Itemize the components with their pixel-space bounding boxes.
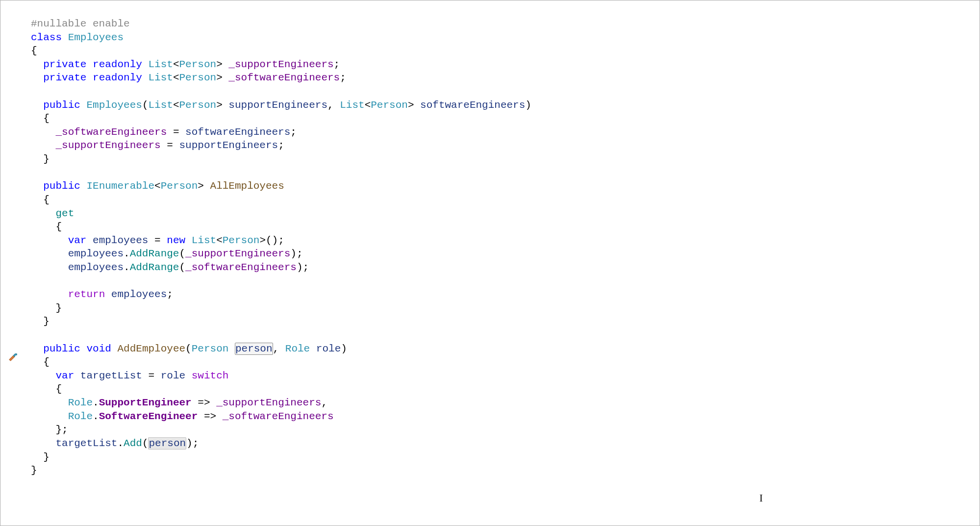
person-type: Person [179, 100, 217, 111]
brace: } [31, 465, 37, 476]
local-employees: employees [93, 235, 148, 246]
addrange-call: AddRange [130, 262, 179, 273]
brace: } [43, 316, 50, 327]
arrow: => [204, 411, 216, 422]
lt: < [173, 72, 179, 83]
comma: , [273, 343, 279, 354]
local-employees: employees [68, 248, 124, 259]
hammer-icon[interactable] [8, 351, 19, 362]
code-content[interactable]: #nullable enable class Employees { priva… [31, 17, 980, 477]
list-type: List [148, 59, 173, 70]
gt: > [259, 235, 266, 246]
return-keyword: return [68, 289, 105, 300]
local-employees: employees [111, 289, 167, 300]
param-person-highlighted: person [235, 343, 273, 355]
brace: { [43, 113, 50, 124]
brace: { [43, 194, 50, 205]
software-field: _softwareEngineers [228, 72, 340, 83]
role-type: Role [285, 343, 310, 354]
dot: . [124, 248, 130, 259]
semi: ; [62, 424, 68, 435]
eq: = [173, 126, 179, 138]
lt: < [154, 180, 161, 192]
code-editor[interactable]: #nullable enable class Employees { priva… [0, 0, 980, 526]
get-keyword: get [55, 208, 74, 219]
support-field: _supportEngineers [185, 248, 290, 259]
ienum-type: IEnumerable [86, 180, 154, 192]
semi: ; [290, 126, 297, 138]
dot: . [93, 411, 99, 422]
semi: ; [278, 235, 284, 246]
var-keyword: var [68, 235, 87, 246]
method-addemployee: AddEmployee [117, 343, 185, 354]
rparen: ) [186, 438, 193, 449]
param-support: supportEngineers [228, 100, 327, 111]
person-type: Person [179, 72, 217, 83]
semi: ; [193, 438, 199, 449]
local-targetlist: targetList [55, 438, 117, 449]
semi: ; [303, 262, 309, 273]
lhs-software: _softwareEngineers [55, 126, 167, 138]
gt: > [216, 72, 223, 83]
brace: } [55, 424, 62, 435]
rparen: ) [297, 262, 303, 273]
software-field: _softwareEngineers [185, 262, 297, 273]
software-engineer-enum: SoftwareEngineer [99, 411, 198, 422]
person-type: Person [223, 235, 260, 246]
lparen: ( [185, 343, 192, 354]
semi: ; [334, 59, 340, 70]
software-field: _softwareEngineers [223, 411, 334, 422]
text-cursor: I [759, 492, 763, 505]
list-type: List [340, 100, 364, 111]
public-keyword: public [43, 343, 80, 354]
local-targetlist: targetList [80, 370, 142, 381]
list-type: List [192, 235, 216, 246]
rhs-software: softwareEngineers [185, 126, 290, 138]
readonly-keyword: readonly [93, 72, 142, 83]
list-type: List [148, 100, 173, 111]
switch-keyword: switch [192, 370, 229, 381]
semi: ; [297, 248, 303, 259]
new-keyword: new [167, 235, 185, 246]
support-engineer-enum: SupportEngineer [99, 397, 192, 408]
brace: { [31, 45, 37, 56]
param-person-ref: person [148, 437, 186, 450]
brace: { [55, 383, 62, 395]
role-enum: Role [68, 397, 93, 408]
lt: < [365, 100, 371, 111]
brace: { [43, 356, 50, 368]
support-field: _supportEngineers [228, 59, 333, 70]
arrow: => [198, 397, 210, 408]
eq: = [148, 370, 154, 381]
lt: < [216, 235, 223, 246]
gt: > [216, 59, 223, 70]
var-keyword: var [55, 370, 74, 381]
public-keyword: public [43, 100, 80, 111]
lparen: ( [179, 248, 185, 259]
comma: , [321, 397, 327, 408]
lparen: ( [179, 262, 185, 273]
support-field: _supportEngineers [216, 397, 321, 408]
param-software: softwareEngineers [420, 100, 525, 111]
rparen: ) [290, 248, 297, 259]
addrange-call: AddRange [130, 248, 179, 259]
gt: > [198, 180, 204, 192]
lhs-support: _supportEngineers [55, 140, 160, 151]
add-call: Add [124, 438, 142, 449]
param-role: role [316, 343, 341, 354]
person-type: Person [161, 180, 198, 192]
public-keyword: public [43, 180, 80, 192]
dot: . [117, 438, 124, 449]
gt: > [216, 100, 223, 111]
person-type: Person [371, 100, 408, 111]
role-var: role [161, 370, 185, 381]
eq: = [167, 140, 173, 151]
rparen: ) [525, 100, 531, 111]
lt: < [173, 59, 179, 70]
ctor-name: Employees [86, 100, 142, 111]
brace: { [55, 221, 62, 232]
semi: ; [167, 289, 173, 300]
comma: , [327, 100, 334, 111]
role-enum: Role [68, 411, 93, 422]
brace: } [55, 302, 62, 314]
